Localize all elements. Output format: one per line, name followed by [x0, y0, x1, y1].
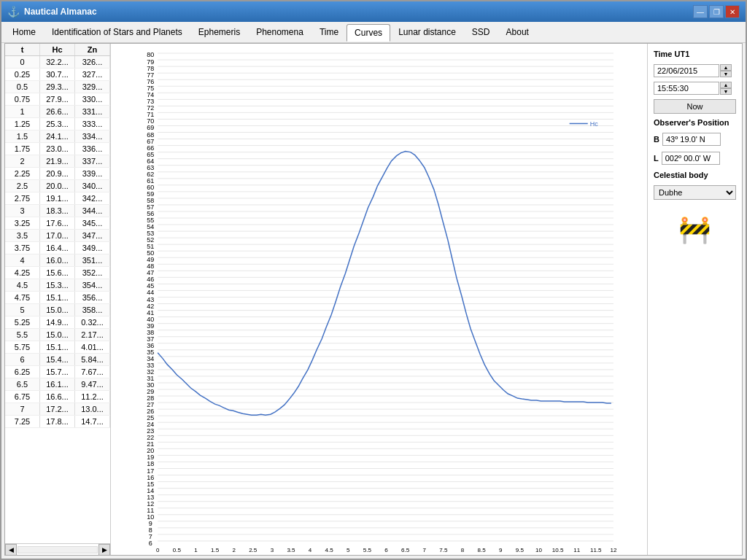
date-input[interactable] [654, 64, 719, 77]
table-row[interactable]: 1.7523.0...336... [5, 143, 110, 155]
table-row[interactable]: 4.7515.1...356... [5, 292, 110, 304]
col-zn: Zn [75, 44, 110, 55]
svg-text:6: 6 [384, 547, 388, 552]
time-input[interactable] [654, 82, 719, 95]
table-body: 032.2...326...0.2530.7...327...0.529.3..… [5, 56, 110, 543]
table-row[interactable]: 1.524.1...334... [5, 131, 110, 143]
svg-text:10.5: 10.5 [552, 547, 564, 552]
menu-item-about[interactable]: About [498, 23, 537, 41]
horizontal-scrollbar[interactable]: ◀ ▶ [5, 543, 110, 555]
table-row[interactable]: 0.7527.9...330... [5, 93, 110, 106]
now-button[interactable]: Now [654, 99, 736, 114]
legend-hc-label: Hc [590, 120, 599, 128]
table-row[interactable]: 4.2515.6...352... [5, 267, 110, 279]
table-row[interactable]: 318.3...344... [5, 205, 110, 217]
longitude-field: L [654, 152, 736, 165]
menu-item-time[interactable]: Time [311, 23, 347, 41]
table-row[interactable]: 0.529.3...329... [5, 81, 110, 93]
svg-text:2: 2 [232, 547, 236, 552]
svg-text:10: 10 [535, 547, 542, 552]
table-row[interactable]: 3.517.0...347... [5, 230, 110, 242]
table-row[interactable]: 7.2517.8...14.7... [5, 416, 110, 428]
title-bar-left: ⚓ Nautical Almanac [7, 6, 97, 18]
date-spinner[interactable]: ▲ ▼ [720, 64, 732, 77]
close-button[interactable]: ✕ [725, 5, 740, 18]
restore-button[interactable]: ❐ [709, 5, 724, 18]
celestial-section-title: Celestial body [654, 171, 736, 179]
scroll-track[interactable] [18, 546, 98, 553]
svg-text:12: 12 [610, 547, 616, 552]
table-row[interactable]: 126.6...331... [5, 106, 110, 118]
menu-bar: HomeIdentification of Stars and PlanetsE… [1, 22, 746, 43]
svg-text:7: 7 [423, 547, 427, 552]
svg-text:0.5: 0.5 [173, 547, 182, 552]
table-row[interactable]: 2.2520.9...339... [5, 168, 110, 180]
latitude-label: B [654, 135, 659, 144]
time-row: ▲ ▼ [654, 82, 736, 95]
svg-text:0: 0 [156, 547, 160, 552]
latitude-field: B [654, 133, 736, 146]
table-row[interactable]: 615.4...5.84... [5, 354, 110, 366]
table-row[interactable]: 032.2...326... [5, 56, 110, 69]
observer-section-title: Observer's Position [654, 118, 736, 127]
table-row[interactable]: 5.2514.9...0.32... [5, 316, 110, 329]
menu-item-identification-of-stars-and-planets[interactable]: Identification of Stars and Planets [44, 23, 190, 41]
date-down-button[interactable]: ▼ [720, 71, 732, 77]
menu-item-lunar-distance[interactable]: Lunar distance [390, 23, 464, 41]
table-row[interactable]: 3.7516.4...349... [5, 242, 110, 254]
date-row: ▲ ▼ [654, 64, 736, 77]
table-row[interactable]: 2.520.0...340... [5, 180, 110, 192]
menu-item-curves[interactable]: Curves [347, 24, 390, 42]
table-row[interactable]: 0.2530.7...327... [5, 69, 110, 81]
time-up-button[interactable]: ▲ [720, 82, 732, 88]
table-row[interactable]: 4.515.3...354... [5, 279, 110, 292]
svg-text:4.5: 4.5 [325, 547, 334, 552]
menu-item-home[interactable]: Home [4, 23, 44, 41]
svg-text:8: 8 [461, 547, 465, 552]
time-down-button[interactable]: ▼ [720, 88, 732, 95]
scroll-right-button[interactable]: ▶ [98, 544, 110, 556]
menu-item-phenomena[interactable]: Phenomena [248, 23, 311, 41]
table-row[interactable]: 5.515.0...2.17... [5, 329, 110, 341]
table-row[interactable]: 2.7519.1...342... [5, 192, 110, 205]
table-row[interactable]: 6.516.1...9.47... [5, 378, 110, 391]
scroll-left-button[interactable]: ◀ [5, 544, 17, 556]
svg-text:9: 9 [499, 547, 503, 552]
title-bar: ⚓ Nautical Almanac — ❐ ✕ [1, 1, 746, 22]
svg-text:11.5: 11.5 [590, 547, 602, 552]
y-label-80: 80 [147, 51, 154, 58]
construction-icon: 🚧 [677, 211, 713, 248]
svg-text:2.5: 2.5 [249, 547, 258, 552]
chart-svg: 80 79 78 77 76 75 74 73 72 71 70 69 68 6… [114, 47, 644, 552]
table-row[interactable]: 6.2515.7...7.67... [5, 366, 110, 378]
col-hc: Hc [40, 44, 75, 55]
latitude-input[interactable] [662, 133, 721, 146]
table-header: t Hc Zn [5, 44, 110, 56]
y-label-6: 6 [149, 540, 152, 547]
table-row[interactable]: 717.2...13.0... [5, 403, 110, 416]
menu-item-ephemeris[interactable]: Ephemeris [190, 23, 248, 41]
right-panel: Time UT1 ▲ ▼ ▲ ▼ Now Observer's Positi [647, 44, 742, 555]
table-row[interactable]: 515.0...358... [5, 304, 110, 316]
svg-text:6.5: 6.5 [401, 547, 410, 552]
celestial-body-select[interactable]: DubhePolarisSiriusVegaArcturus [654, 185, 736, 200]
minimize-button[interactable]: — [693, 5, 708, 18]
longitude-input[interactable] [662, 152, 720, 165]
table-row[interactable]: 1.2525.3...333... [5, 118, 110, 131]
chart-area: 80 79 78 77 76 75 74 73 72 71 70 69 68 6… [111, 44, 647, 555]
grid-lines [158, 53, 614, 541]
table-row[interactable]: 6.7516.6...11.2... [5, 391, 110, 403]
svg-text:1.5: 1.5 [211, 547, 220, 552]
longitude-label: L [654, 154, 659, 163]
main-window: ⚓ Nautical Almanac — ❐ ✕ HomeIdentificat… [0, 0, 747, 560]
svg-text:9.5: 9.5 [516, 547, 525, 552]
table-row[interactable]: 5.7515.1...4.01... [5, 341, 110, 354]
table-row[interactable]: 3.2517.6...345... [5, 217, 110, 230]
table-row[interactable]: 416.0...351... [5, 254, 110, 267]
menu-item-ssd[interactable]: SSD [464, 23, 498, 41]
table-row[interactable]: 221.9...337... [5, 155, 110, 168]
date-up-button[interactable]: ▲ [720, 64, 732, 71]
time-spinner[interactable]: ▲ ▼ [720, 82, 732, 95]
x-axis-labels: 0 0.5 1 1.5 2 2.5 3 3.5 4 4.5 5 5.5 6 6.… [156, 547, 617, 552]
svg-text:5: 5 [347, 547, 350, 552]
